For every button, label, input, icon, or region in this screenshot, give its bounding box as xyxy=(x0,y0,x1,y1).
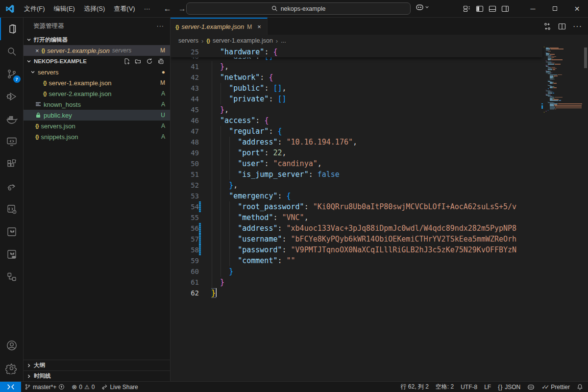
toggle-secondary-sidebar-icon[interactable] xyxy=(501,5,509,13)
breadcrumb-separator-icon: › xyxy=(276,37,278,45)
code-line-54: 54 "root_password": "Ki0QRru8Ub0aItP80sw… xyxy=(171,201,588,212)
timeline-section[interactable]: 时间线 xyxy=(24,370,170,381)
copilot-menu-button[interactable] xyxy=(416,3,429,11)
code-line-58: 58 "password": "V9PMTJTqnoOX0NaXCqILllRi… xyxy=(171,245,588,255)
tree-item-server-2[interactable]: {}server-2.example.json A xyxy=(24,88,170,99)
indentation-status[interactable]: 空格: 2 xyxy=(432,382,457,392)
breadcrumb-separator-icon: › xyxy=(201,37,203,45)
copilot-icon xyxy=(416,3,424,11)
toggle-panel-icon[interactable] xyxy=(489,5,496,13)
activity-search-icon[interactable] xyxy=(0,40,24,63)
refresh-icon[interactable] xyxy=(146,58,153,65)
text-cursor xyxy=(216,288,217,297)
vscode-logo-icon[interactable] xyxy=(5,4,16,14)
activity-accounts-icon[interactable] xyxy=(0,334,24,357)
activity-source-control-icon[interactable]: 7 xyxy=(0,63,24,85)
code-line-51: 51 "is_jump_server": false xyxy=(171,169,588,180)
new-file-icon[interactable] xyxy=(123,58,130,65)
tree-item-server-1[interactable]: {}server-1.example.json M xyxy=(24,77,170,88)
breadcrumb-symbol[interactable]: ... xyxy=(281,37,286,44)
command-center-search[interactable]: nekops-example xyxy=(186,2,411,15)
window-minimize-button[interactable]: ─ xyxy=(522,0,544,17)
menu-view[interactable]: 查看(V) xyxy=(109,2,139,15)
window-close-button[interactable]: ✕ xyxy=(566,0,588,17)
json-file-icon: {} xyxy=(43,91,47,97)
breadcrumb-file[interactable]: server-1.example.json xyxy=(213,37,273,44)
language-mode-status[interactable]: {} JSON xyxy=(494,382,524,392)
toggle-sidebar-icon[interactable] xyxy=(476,5,484,13)
tree-item-snippets-json[interactable]: {}snippets.json A xyxy=(24,131,170,142)
new-folder-icon[interactable] xyxy=(135,58,142,65)
activity-docker-icon[interactable] xyxy=(0,108,24,130)
minimap[interactable] xyxy=(542,47,583,381)
activity-dev-tools-icon[interactable] xyxy=(0,198,24,220)
code-line-61: 61 } xyxy=(171,277,588,288)
activity-terraform-cloud-icon[interactable] xyxy=(0,243,24,266)
menu-edit[interactable]: 编辑(E) xyxy=(49,2,79,15)
split-editor-icon[interactable] xyxy=(558,23,566,30)
git-modified-indicator: M xyxy=(247,24,252,30)
tab-bar: {} server-1.example.json M × ··· xyxy=(171,18,588,35)
encoding-status[interactable]: UTF-8 xyxy=(457,382,481,392)
open-editors-header[interactable]: 打开的编辑器 xyxy=(24,34,170,45)
breadcrumb-folder[interactable]: servers xyxy=(178,37,198,44)
activity-run-debug-icon[interactable] xyxy=(0,85,24,108)
activity-hierarchy-icon[interactable] xyxy=(0,266,24,288)
sidebar-more-actions[interactable]: ··· xyxy=(157,23,165,29)
menu-file[interactable]: 文件(F) xyxy=(20,2,49,15)
activity-remote-explorer-icon[interactable] xyxy=(0,130,24,153)
editor-scrollbar[interactable] xyxy=(583,47,588,381)
customize-layout-icon[interactable] xyxy=(463,5,471,13)
git-status-badge: M xyxy=(160,79,165,86)
lock-icon xyxy=(35,112,41,118)
git-status-badge: ● xyxy=(162,69,165,75)
tree-item-servers-json[interactable]: {}servers.json A xyxy=(24,121,170,131)
eol-status[interactable]: LF xyxy=(481,382,494,392)
nav-back-icon[interactable]: ← xyxy=(164,4,172,13)
activity-settings-icon[interactable] xyxy=(0,357,24,379)
code-line-56: 56 "address": "xb4uoc133Vac+3pJq88iDpmJc… xyxy=(171,223,588,234)
git-status-badge: A xyxy=(161,122,165,129)
title-bar: 文件(F) 编辑(E) 选择(S) 查看(V) ··· ← → nekops-e… xyxy=(0,0,588,18)
scm-badge: 7 xyxy=(13,75,21,83)
tree-item-public-key[interactable]: public.key U xyxy=(24,110,170,121)
live-share-status[interactable]: Live Share xyxy=(98,382,141,392)
code-editor[interactable]: 25 "hardware": { 40 "disk": [] 41 },42 "… xyxy=(171,47,588,381)
activity-terraform-icon[interactable] xyxy=(0,220,24,243)
code-line-40: 40 "disk": [] xyxy=(171,57,542,61)
code-line-45: 45 }, xyxy=(171,104,588,115)
formatter-status[interactable]: ✓✓ Prettier xyxy=(538,382,573,392)
activity-extensions-icon[interactable] xyxy=(0,153,24,175)
menu-selection[interactable]: 选择(S) xyxy=(79,2,109,15)
outline-section[interactable]: 大纲 xyxy=(24,360,170,370)
activity-live-share-icon[interactable] xyxy=(0,175,24,198)
editor-more-actions[interactable]: ··· xyxy=(573,22,582,31)
window-maximize-button[interactable] xyxy=(544,0,566,17)
cursor-position-status[interactable]: 行 62, 列 2 xyxy=(397,382,432,392)
git-status-badge: A xyxy=(161,90,165,97)
remote-indicator[interactable] xyxy=(0,382,21,392)
tab-server-1-example-json[interactable]: {} server-1.example.json M × xyxy=(171,18,268,35)
git-branch-status[interactable]: master*+ xyxy=(21,382,68,392)
menu-more[interactable]: ··· xyxy=(140,3,155,14)
close-icon[interactable]: × xyxy=(35,47,39,54)
scrollbar-thumb[interactable] xyxy=(584,48,587,68)
code-line-49: 49 "port": 22, xyxy=(171,147,588,158)
problems-status[interactable]: ⊗ 0 ⚠ 0 xyxy=(68,382,98,392)
project-root-header[interactable]: NEKOPS-EXAMPLE xyxy=(24,56,170,67)
notifications-bell[interactable] xyxy=(573,382,588,392)
code-line-60: 60 } xyxy=(171,266,588,277)
code-line-47: 47 "regular": { xyxy=(171,126,588,137)
activity-explorer-icon[interactable] xyxy=(0,18,24,40)
open-changes-icon[interactable] xyxy=(543,23,551,30)
tree-item-known-hosts[interactable]: known_hosts A xyxy=(24,99,170,110)
git-branch-icon xyxy=(24,384,31,390)
tree-item-servers-folder[interactable]: servers ● xyxy=(24,67,170,77)
collapse-all-icon[interactable] xyxy=(157,58,164,65)
nav-forward-icon[interactable]: → xyxy=(178,4,186,13)
copilot-status[interactable] xyxy=(524,382,538,392)
open-editor-item-server-1[interactable]: × {} server-1.example.json servers M xyxy=(24,45,170,56)
sticky-scroll-line[interactable]: 25 "hardware": { xyxy=(171,47,542,57)
tab-close-icon[interactable]: × xyxy=(256,23,263,30)
breadcrumb: servers › {} server-1.example.json › ... xyxy=(171,35,588,47)
